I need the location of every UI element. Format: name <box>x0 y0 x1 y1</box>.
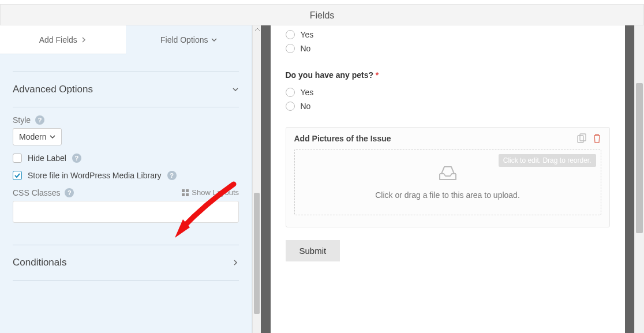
style-label: Style ? <box>13 115 44 125</box>
form-card: Yes No Do you have any pets? * Yes No Ad… <box>271 25 625 333</box>
svg-rect-3 <box>186 193 189 196</box>
q1-option-no-label: No <box>301 44 311 53</box>
svg-rect-5 <box>580 134 586 141</box>
q1-option-yes-label: Yes <box>301 30 314 39</box>
grid-icon <box>182 189 189 196</box>
radio-icon[interactable] <box>286 30 295 39</box>
q2-option-no[interactable]: No <box>286 102 610 111</box>
duplicate-icon[interactable] <box>577 133 587 143</box>
q1-option-no[interactable]: No <box>286 44 610 53</box>
q2-option-yes[interactable]: Yes <box>286 88 610 97</box>
submit-button[interactable]: Submit <box>286 240 340 261</box>
chevron-down-icon <box>211 37 217 43</box>
inbox-icon <box>438 164 458 184</box>
tab-field-options-label: Field Options <box>160 35 208 44</box>
scroll-up-icon[interactable] <box>254 27 260 32</box>
section-conditionals-label: Conditionals <box>13 257 67 268</box>
radio-icon[interactable] <box>286 88 295 97</box>
css-classes-input[interactable] <box>13 201 239 223</box>
store-media-row[interactable]: Store file in WordPress Media Library ? <box>13 171 239 180</box>
store-media-checkbox[interactable] <box>13 171 22 180</box>
help-icon[interactable]: ? <box>167 171 177 180</box>
radio-icon[interactable] <box>286 44 295 53</box>
trash-icon[interactable] <box>593 133 601 143</box>
q2-option-no-label: No <box>301 102 311 111</box>
q1-option-yes[interactable]: Yes <box>286 30 610 39</box>
page-title: Fields <box>0 4 644 25</box>
svg-rect-2 <box>182 193 185 196</box>
sidebar-scroll-thumb[interactable] <box>254 193 260 314</box>
preview-scrollbar[interactable] <box>634 25 644 333</box>
css-classes-label: CSS Classes ? <box>13 188 74 197</box>
tab-add-fields[interactable]: Add Fields <box>0 25 126 54</box>
help-icon[interactable]: ? <box>35 115 44 125</box>
style-select[interactable]: Modern <box>13 128 62 145</box>
style-select-value: Modern <box>19 132 46 141</box>
chevron-down-icon <box>50 134 55 140</box>
section-advanced-options[interactable]: Advanced Options <box>13 72 239 107</box>
svg-rect-0 <box>182 189 185 192</box>
svg-rect-1 <box>186 189 189 192</box>
svg-rect-4 <box>578 136 583 143</box>
help-icon[interactable]: ? <box>65 188 74 197</box>
section-advanced-options-label: Advanced Options <box>13 84 93 95</box>
q2-option-yes-label: Yes <box>301 88 314 97</box>
sidebar-scrollbar[interactable] <box>252 25 261 333</box>
section-conditionals[interactable]: Conditionals <box>13 245 239 280</box>
store-media-text: Store file in WordPress Media Library <box>28 171 162 180</box>
edit-tooltip: Click to edit. Drag to reorder. <box>499 154 596 167</box>
tab-add-fields-label: Add Fields <box>39 35 77 44</box>
upload-field[interactable]: Add Pictures of the Issue Click to edit.… <box>286 127 610 227</box>
upload-field-title: Add Pictures of the Issue <box>294 134 391 143</box>
q2-label: Do you have any pets? * <box>286 70 610 80</box>
show-layouts-link[interactable]: Show Layouts <box>182 188 239 197</box>
radio-icon[interactable] <box>286 102 295 111</box>
show-layouts-label: Show Layouts <box>192 188 239 197</box>
form-preview: Yes No Do you have any pets? * Yes No Ad… <box>261 25 634 333</box>
hide-label-row[interactable]: Hide Label ? <box>13 154 239 163</box>
settings-sidebar: Add Fields Field Options Advanced Option… <box>0 25 252 333</box>
chevron-right-icon <box>232 259 239 266</box>
chevron-right-icon <box>81 37 87 43</box>
help-icon[interactable]: ? <box>72 154 81 163</box>
hide-label-text: Hide Label <box>28 154 66 163</box>
preview-scroll-thumb[interactable] <box>636 83 643 233</box>
tab-field-options[interactable]: Field Options <box>126 25 252 54</box>
chevron-down-icon <box>232 86 239 93</box>
upload-dropzone[interactable]: Click to edit. Drag to reorder. Click or… <box>294 149 601 215</box>
upload-hint: Click or drag a file to this area to upl… <box>301 190 595 200</box>
hide-label-checkbox[interactable] <box>13 154 22 163</box>
